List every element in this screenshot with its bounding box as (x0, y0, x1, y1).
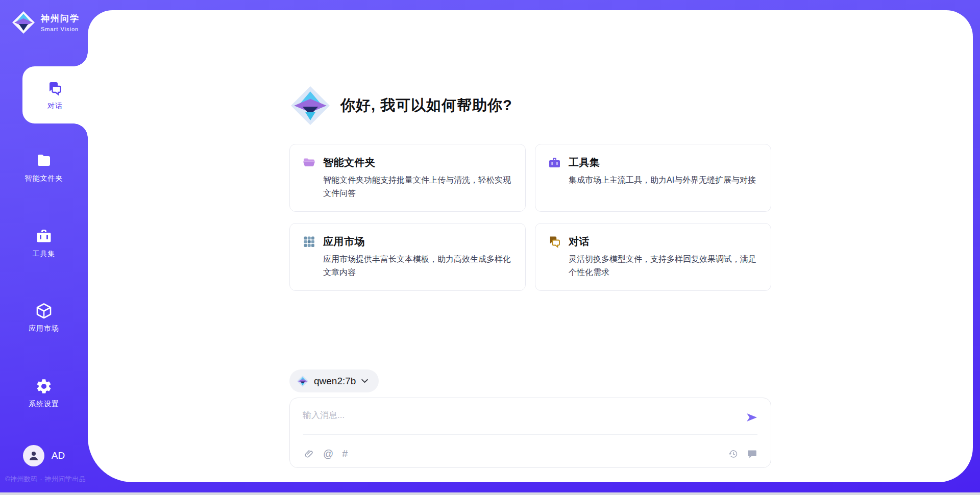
chat-bubble-icon[interactable] (746, 448, 757, 459)
card-description: 智能文件夹功能支持批量文件上传与清洗，轻松实现文件问答 (323, 174, 513, 200)
card-toolset[interactable]: 工具集 集成市场上主流工具，助力AI与外界无缝扩展与对接 (535, 144, 771, 212)
user-account[interactable]: AD (0, 445, 88, 466)
brand-subtitle: Smart Vision (41, 26, 80, 32)
sidebar-item-label: 应用市场 (29, 324, 59, 333)
card-title: 智能文件夹 (323, 156, 376, 169)
brand-diamond-icon (11, 10, 36, 35)
history-icon[interactable] (727, 448, 739, 459)
folder-open-icon (302, 156, 316, 169)
sidebar-item-app-market[interactable]: 应用市场 (0, 302, 88, 333)
card-smart-folders[interactable]: 智能文件夹 智能文件夹功能支持批量文件上传与清洗，轻松实现文件问答 (289, 144, 526, 212)
toolbox-icon (35, 228, 53, 245)
mention-icon[interactable]: @ (323, 448, 333, 459)
paperclip-icon[interactable] (303, 448, 314, 459)
composer-toolbar: @ # (303, 448, 757, 459)
send-icon (745, 411, 757, 424)
greeting-text: 你好, 我可以如何帮助你? (340, 95, 512, 116)
card-description: 集成市场上主流工具，助力AI与外界无缝扩展与对接 (569, 174, 758, 187)
brand-diamond-icon (289, 85, 331, 127)
cube-icon (35, 302, 53, 319)
chat-icon (46, 80, 64, 97)
topic-icon[interactable]: # (342, 448, 348, 459)
send-button[interactable] (744, 410, 758, 425)
composer-divider (303, 434, 757, 435)
apps-grid-icon (302, 235, 316, 249)
card-app-market[interactable]: 应用市场 应用市场提供丰富长文本模板，助力高效生成多样化文章内容 (289, 223, 526, 291)
sidebar-item-chat[interactable]: 对话 (22, 66, 88, 123)
avatar (23, 445, 44, 466)
sidebar: 神州问学 Smart Vision 对话 智能文件夹 工具集 应 (0, 0, 88, 492)
message-input[interactable]: 输入消息... (303, 409, 345, 421)
gear-icon (35, 378, 53, 395)
main-panel: 你好, 我可以如何帮助你? 智能文件夹 智能文件夹功能支持批量文件上传与清洗，轻… (88, 10, 973, 482)
card-title: 应用市场 (323, 235, 365, 249)
sidebar-item-label: 系统设置 (29, 400, 59, 409)
brand-diamond-icon (297, 375, 309, 387)
copyright: ©神州数码 · 神州问学出品 (5, 475, 92, 484)
window-bottom-edge (0, 492, 980, 495)
model-name: qwen2:7b (314, 376, 356, 387)
brand-name: 神州问学 (41, 13, 80, 24)
message-composer[interactable]: 输入消息... @ # (289, 398, 771, 468)
model-selector[interactable]: qwen2:7b (289, 369, 379, 392)
sidebar-item-label: 对话 (47, 102, 63, 111)
sidebar-item-label: 工具集 (33, 250, 56, 259)
card-chat[interactable]: 对话 灵活切换多模型文件，支持多样回复效果调试，满足个性化需求 (535, 223, 771, 291)
greeting: 你好, 我可以如何帮助你? (289, 85, 771, 127)
brand-logo: 神州问学 Smart Vision (11, 10, 80, 35)
briefcase-icon (548, 156, 561, 169)
sidebar-item-label: 智能文件夹 (25, 174, 63, 183)
chat-bubbles-icon (548, 235, 561, 249)
sidebar-item-settings[interactable]: 系统设置 (0, 378, 88, 409)
sidebar-item-toolset[interactable]: 工具集 (0, 228, 88, 259)
chevron-down-icon (361, 377, 369, 385)
sidebar-item-smart-folders[interactable]: 智能文件夹 (0, 152, 88, 183)
card-title: 工具集 (569, 156, 600, 169)
folder-icon (35, 152, 53, 169)
person-icon (28, 450, 40, 462)
user-name: AD (52, 450, 65, 461)
card-description: 灵活切换多模型文件，支持多样回复效果调试，满足个性化需求 (569, 253, 758, 279)
feature-cards: 智能文件夹 智能文件夹功能支持批量文件上传与清洗，轻松实现文件问答 工具集 集成… (289, 144, 771, 291)
card-description: 应用市场提供丰富长文本模板，助力高效生成多样化文章内容 (323, 253, 513, 279)
card-title: 对话 (569, 235, 590, 249)
